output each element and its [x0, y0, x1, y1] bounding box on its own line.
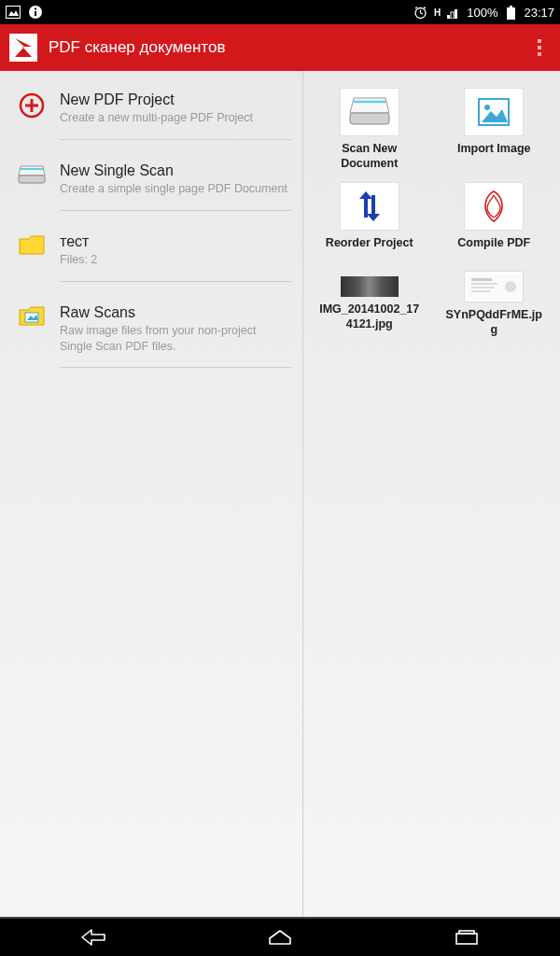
svg-line-8 [415, 7, 417, 8]
svg-rect-3 [35, 11, 36, 16]
svg-marker-30 [482, 109, 508, 122]
grid-item-label: IMG_20141002_174121.jpg [318, 302, 421, 331]
app-logo-icon [9, 34, 37, 62]
svg-rect-13 [507, 7, 515, 20]
app-header: PDF сканер документов [0, 24, 560, 71]
grid-item-label: Reorder Project [326, 236, 413, 251]
nav-bar [0, 917, 560, 956]
svg-line-9 [424, 7, 426, 8]
svg-rect-14 [510, 6, 512, 7]
svg-point-29 [484, 105, 490, 110]
network-type-label: H [434, 7, 441, 18]
scanner-icon [340, 88, 399, 136]
recent-apps-button[interactable] [446, 926, 487, 949]
folder-icon [15, 233, 49, 267]
svg-line-7 [421, 13, 424, 14]
folder-image-icon [15, 304, 49, 338]
image-thumbnail-icon [464, 271, 524, 302]
left-pane: New PDF Project Create a new multi-page … [0, 71, 302, 917]
list-item-title: Raw Scans [60, 304, 291, 321]
app-title: PDF сканер документов [49, 38, 225, 57]
new-single-scan-item[interactable]: New Single Scan Create a simple single p… [0, 151, 302, 222]
new-pdf-project-item[interactable]: New PDF Project Create a new multi-page … [0, 80, 302, 151]
list-item-subtitle: Raw image files from your non-project Si… [60, 323, 291, 355]
svg-rect-33 [471, 283, 497, 285]
image-thumbnail-icon [341, 276, 399, 297]
reorder-project-button[interactable]: Reorder Project [311, 182, 428, 251]
grid-item-label: SYnPQddFrME.jpg [442, 308, 545, 337]
import-image-button[interactable]: Import Image [436, 88, 553, 171]
compile-pdf-button[interactable]: Compile PDF [436, 182, 553, 251]
grid-item-label: Compile PDF [457, 236, 530, 251]
plus-circle-icon [15, 91, 49, 125]
status-bar: H 100% 23:17 [0, 0, 560, 24]
right-pane: Scan New Document Import Image Reorder P… [302, 71, 560, 917]
svg-rect-35 [471, 290, 490, 292]
svg-marker-1 [8, 10, 19, 16]
list-item-title: New Single Scan [60, 162, 291, 179]
scan-new-document-button[interactable]: Scan New Document [311, 88, 428, 171]
overflow-menu-button[interactable] [528, 36, 551, 59]
clock-time: 23:17 [524, 6, 554, 20]
svg-rect-26 [350, 113, 389, 124]
main-content: New PDF Project Create a new multi-page … [0, 71, 560, 917]
svg-rect-21 [19, 176, 45, 183]
grid-item-label: Import Image [457, 142, 531, 157]
battery-icon [503, 5, 518, 20]
list-item-subtitle: Create a simple single page PDF Document [60, 181, 291, 197]
svg-rect-10 [447, 15, 450, 19]
info-icon [28, 5, 43, 20]
svg-marker-25 [350, 98, 389, 113]
signal-icon [446, 5, 461, 20]
scanner-icon [15, 162, 49, 196]
grid-item-label: Scan New Document [318, 142, 421, 171]
list-item-title: New PDF Project [60, 91, 291, 108]
svg-rect-38 [459, 931, 474, 934]
gallery-icon [6, 5, 21, 20]
back-button[interactable] [73, 926, 114, 949]
svg-rect-37 [456, 934, 477, 944]
image-file-item[interactable]: SYnPQddFrME.jpg [436, 262, 553, 337]
reorder-icon [340, 182, 399, 231]
svg-rect-12 [455, 9, 457, 19]
battery-percent: 100% [467, 6, 497, 20]
pdf-icon [464, 182, 524, 231]
home-button[interactable] [259, 926, 301, 949]
list-item-subtitle: Files: 2 [60, 252, 291, 268]
svg-rect-32 [471, 278, 492, 281]
list-item-title: тест [60, 233, 291, 250]
alarm-icon [413, 5, 428, 20]
list-item-subtitle: Create a new multi-page PDF Project [60, 110, 291, 126]
svg-rect-34 [471, 287, 494, 288]
image-file-item[interactable]: IMG_20141002_174121.jpg [311, 262, 428, 337]
raw-scans-item[interactable]: Raw Scans Raw image files from your non-… [0, 293, 302, 380]
project-folder-item[interactable]: тест Files: 2 [0, 222, 302, 293]
svg-rect-11 [451, 12, 454, 19]
svg-point-36 [505, 281, 516, 292]
svg-rect-4 [35, 8, 36, 10]
image-icon [464, 88, 524, 136]
svg-rect-0 [7, 7, 21, 19]
svg-marker-20 [19, 166, 45, 176]
